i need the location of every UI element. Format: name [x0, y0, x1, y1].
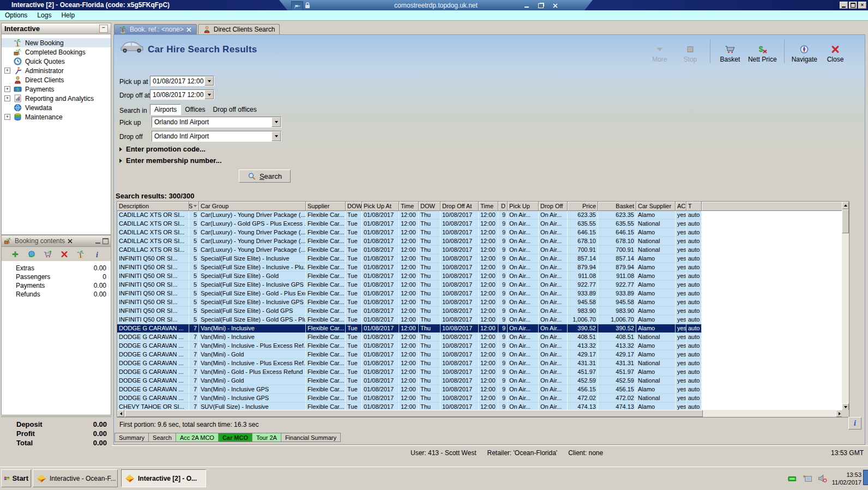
pickup-at-dropdown-button[interactable]: [204, 76, 214, 86]
membership-number-expander[interactable]: Enter membership number...: [119, 156, 222, 165]
sidebar-item-administrator[interactable]: +Administrator: [2, 66, 111, 75]
column-header-ac[interactable]: AC: [676, 202, 686, 211]
result-row[interactable]: DODGE G CARAVAN ...7Van(Mini) - Inclusiv…: [117, 333, 702, 342]
expand-icon[interactable]: +: [4, 114, 10, 120]
pickup-dropdown-button[interactable]: [272, 117, 281, 127]
result-row[interactable]: DODGE G CARAVAN ...7Van(Mini) - Gold - P…: [117, 368, 702, 377]
sidebar-item-new-booking[interactable]: New Booking: [2, 38, 111, 47]
result-row[interactable]: DODGE G CARAVAN ...7Van(Mini) - Inclusiv…: [117, 324, 702, 333]
column-header-time[interactable]: Time: [479, 202, 498, 211]
column-header-s[interactable]: S: [189, 202, 199, 211]
sidebar-item-direct-clients[interactable]: Direct Clients: [2, 75, 111, 84]
column-header-time[interactable]: Time: [399, 202, 419, 211]
horizontal-scroll-thumb[interactable]: [125, 410, 703, 417]
column-header-pick-up[interactable]: Pick Up: [508, 202, 539, 211]
dropoff-at-field[interactable]: 10/08/2017 12:00: [150, 89, 214, 100]
sidebar-item-quick-quotes[interactable]: Quick Quotes: [2, 57, 111, 66]
nett-price-button[interactable]: $Nett Price: [745, 38, 780, 64]
bottom-tab-tour-2a[interactable]: Tour 2A: [252, 433, 281, 442]
navigate-button[interactable]: Navigate: [789, 38, 820, 64]
pickup-combo[interactable]: Orlando Intl Airport: [152, 117, 281, 128]
column-header-dow[interactable]: DOW: [346, 202, 362, 211]
tab-close-button[interactable]: [186, 27, 192, 32]
delete-button[interactable]: [60, 250, 69, 258]
result-row[interactable]: CADILLAC XTS OR SI...5Car(Luxury) - Youn…: [117, 211, 702, 220]
tab-book-ref-none-[interactable]: Book. ref.: <none>: [114, 24, 197, 34]
result-row[interactable]: DODGE G CARAVAN ...7Van(Mini) - Inclusiv…: [117, 342, 702, 350]
minimize-button[interactable]: [840, 2, 848, 9]
result-row[interactable]: INFINITI Q50 OR SI...5Special(Full Size …: [117, 289, 702, 298]
result-row[interactable]: DODGE G CARAVAN ...7Van(Mini) - GoldFlex…: [117, 350, 702, 359]
result-row[interactable]: DODGE G CARAVAN ...7Van(Mini) - Inclusiv…: [117, 359, 702, 368]
result-row[interactable]: CADILLAC XTS OR SI...5Car(Luxury) - Youn…: [117, 246, 702, 255]
sidebar-item-viewdata[interactable]: Viewdata: [2, 103, 111, 112]
bottom-tab-acc-2a-mco[interactable]: Acc 2A MCO: [176, 433, 219, 442]
sidebar-item-maintenance[interactable]: +Maintenance: [2, 112, 111, 122]
result-row[interactable]: CADILLAC XTS OR SI...5Car(Luxury) - Youn…: [117, 237, 702, 246]
volume-muted-icon[interactable]: [817, 474, 828, 483]
expand-icon[interactable]: +: [4, 95, 10, 101]
result-row[interactable]: DODGE G CARAVAN ...7Van(Mini) - GoldFlex…: [117, 377, 702, 385]
basket-button[interactable]: Basket: [715, 38, 745, 64]
booking-contents-minimize-button[interactable]: [95, 243, 100, 244]
rdp-close-button[interactable]: [552, 2, 558, 9]
promotion-code-expander[interactable]: Enter promotion code...: [119, 145, 206, 153]
column-header-drop-off-at[interactable]: Drop Off At: [441, 202, 479, 211]
rdp-minimize-button[interactable]: [523, 2, 530, 9]
search-in-option-airports[interactable]: Airports: [150, 104, 181, 115]
menu-item-help[interactable]: Help: [56, 10, 80, 20]
column-header-drop-off[interactable]: Drop Off: [539, 202, 568, 211]
taskbar-task-2[interactable]: Interactive [2] - O...: [121, 469, 206, 487]
sidebar-item-completed-bookings[interactable]: Completed Bookings: [2, 47, 111, 57]
expand-icon[interactable]: +: [4, 86, 10, 92]
pickup-at-field[interactable]: 01/08/2017 12:00: [150, 76, 214, 86]
vertical-scrollbar[interactable]: [842, 202, 849, 411]
sidebar-item-reporting-and-analytics[interactable]: +Reporting and Analytics: [2, 94, 111, 103]
column-header-pick-up-at[interactable]: Pick Up At: [362, 202, 399, 211]
sidebar-item-payments[interactable]: +$Payments: [2, 84, 111, 94]
tab-direct-clients-search[interactable]: Direct Clients Search: [198, 24, 280, 34]
scroll-up-button[interactable]: [842, 202, 849, 209]
column-header-car-supplier[interactable]: Car Supplier: [636, 202, 676, 211]
network-icon[interactable]: [788, 474, 798, 483]
result-row[interactable]: INFINITI Q50 OR SI...5Special(Full Size …: [117, 255, 702, 263]
sidebar-collapse-button[interactable]: −: [99, 25, 108, 33]
maximize-button[interactable]: [849, 2, 857, 9]
bottom-tab-car-mco[interactable]: Car MCO: [219, 433, 252, 442]
bottom-tab-financial-summary[interactable]: Financial Summary: [281, 433, 341, 442]
search-in-option-offices[interactable]: Offices: [181, 105, 209, 114]
menu-item-logs[interactable]: Logs: [32, 10, 56, 20]
dropoff-at-dropdown-button[interactable]: [204, 90, 214, 99]
column-header-car-group[interactable]: Car Group: [199, 202, 306, 211]
dropoff-combo[interactable]: Orlando Intl Airport: [152, 131, 281, 142]
column-header-description[interactable]: Description: [117, 202, 189, 211]
expand-icon[interactable]: +: [4, 68, 10, 74]
horizontal-scrollbar[interactable]: [117, 410, 843, 417]
column-header-t[interactable]: T: [686, 202, 702, 211]
result-row[interactable]: DODGE G CARAVAN ...7Van(Mini) - Inclusiv…: [117, 394, 702, 403]
palm-button[interactable]: [76, 250, 85, 258]
column-header-supplier[interactable]: Supplier: [306, 202, 346, 211]
result-row[interactable]: DODGE G CARAVAN ...7Van(Mini) - Inclusiv…: [117, 385, 702, 394]
close-button[interactable]: ×: [858, 2, 866, 9]
column-header-basket[interactable]: Basket: [598, 202, 636, 211]
info-button[interactable]: i: [93, 250, 101, 258]
basket-go-button[interactable]: [44, 250, 52, 258]
search-button[interactable]: Search: [239, 170, 291, 183]
rdp-restore-button[interactable]: [538, 2, 544, 9]
result-row[interactable]: CADILLAC XTS OR SI...5Car(Luxury) - Gold…: [117, 220, 702, 228]
add-button[interactable]: [11, 250, 20, 258]
dropoff-dropdown-button[interactable]: [272, 131, 281, 141]
search-in-option-drop-off-offices[interactable]: Drop off offices: [209, 105, 260, 114]
column-header-dow[interactable]: DOW: [419, 202, 441, 211]
taskbar-task-1[interactable]: Interactive - Ocean-F...: [33, 469, 118, 487]
info-button[interactable]: i: [848, 417, 861, 429]
refresh-button[interactable]: [27, 250, 36, 258]
result-row[interactable]: INFINITI Q50 OR SI...5Special(Full Size …: [117, 298, 702, 307]
display-icon[interactable]: [803, 474, 813, 483]
result-row[interactable]: INFINITI Q50 OR SI...5Special(Full Size …: [117, 272, 702, 281]
booking-contents-maximize-button[interactable]: [103, 238, 108, 244]
scroll-left-button[interactable]: [117, 410, 124, 417]
bottom-tab-search[interactable]: Search: [149, 433, 176, 442]
close-button[interactable]: Close: [820, 38, 851, 64]
